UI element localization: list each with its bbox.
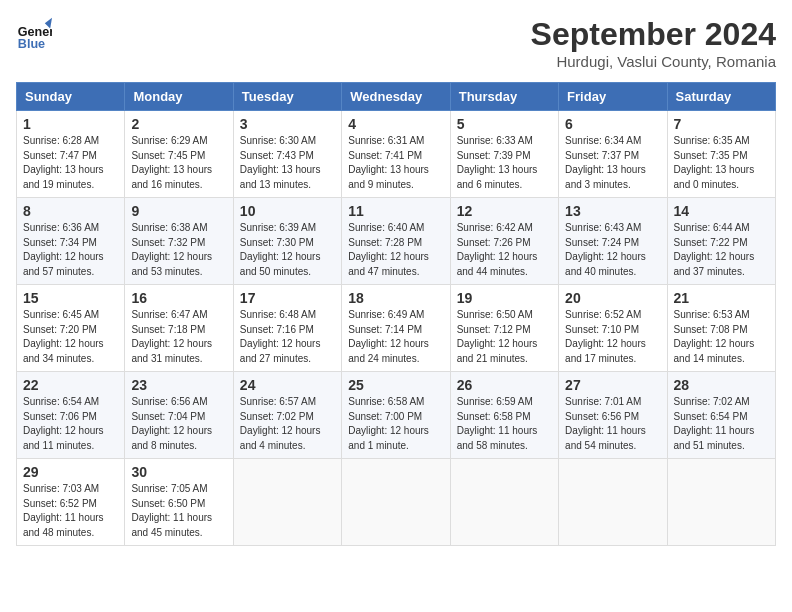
- day-number: 4: [348, 116, 443, 132]
- day-number: 11: [348, 203, 443, 219]
- cell-info: Sunrise: 6:45 AMSunset: 7:20 PMDaylight:…: [23, 308, 118, 366]
- calendar-cell: 20Sunrise: 6:52 AMSunset: 7:10 PMDayligh…: [559, 285, 667, 372]
- day-header-tuesday: Tuesday: [233, 83, 341, 111]
- day-header-sunday: Sunday: [17, 83, 125, 111]
- svg-text:Blue: Blue: [18, 37, 45, 51]
- cell-info: Sunrise: 6:49 AMSunset: 7:14 PMDaylight:…: [348, 308, 443, 366]
- cell-info: Sunrise: 6:53 AMSunset: 7:08 PMDaylight:…: [674, 308, 769, 366]
- cell-info: Sunrise: 6:50 AMSunset: 7:12 PMDaylight:…: [457, 308, 552, 366]
- calendar-cell: 21Sunrise: 6:53 AMSunset: 7:08 PMDayligh…: [667, 285, 775, 372]
- calendar-cell: [233, 459, 341, 546]
- calendar-cell: 2Sunrise: 6:29 AMSunset: 7:45 PMDaylight…: [125, 111, 233, 198]
- day-header-monday: Monday: [125, 83, 233, 111]
- cell-info: Sunrise: 6:38 AMSunset: 7:32 PMDaylight:…: [131, 221, 226, 279]
- calendar-cell: 8Sunrise: 6:36 AMSunset: 7:34 PMDaylight…: [17, 198, 125, 285]
- day-number: 21: [674, 290, 769, 306]
- day-number: 16: [131, 290, 226, 306]
- cell-info: Sunrise: 6:52 AMSunset: 7:10 PMDaylight:…: [565, 308, 660, 366]
- day-number: 17: [240, 290, 335, 306]
- calendar-cell: 14Sunrise: 6:44 AMSunset: 7:22 PMDayligh…: [667, 198, 775, 285]
- calendar-cell: 27Sunrise: 7:01 AMSunset: 6:56 PMDayligh…: [559, 372, 667, 459]
- calendar-table: SundayMondayTuesdayWednesdayThursdayFrid…: [16, 82, 776, 546]
- page-header: General Blue September 2024 Hurdugi, Vas…: [16, 16, 776, 70]
- cell-info: Sunrise: 7:02 AMSunset: 6:54 PMDaylight:…: [674, 395, 769, 453]
- calendar-cell: 16Sunrise: 6:47 AMSunset: 7:18 PMDayligh…: [125, 285, 233, 372]
- calendar-cell: 4Sunrise: 6:31 AMSunset: 7:41 PMDaylight…: [342, 111, 450, 198]
- day-number: 19: [457, 290, 552, 306]
- day-number: 12: [457, 203, 552, 219]
- cell-info: Sunrise: 6:28 AMSunset: 7:47 PMDaylight:…: [23, 134, 118, 192]
- calendar-week-2: 8Sunrise: 6:36 AMSunset: 7:34 PMDaylight…: [17, 198, 776, 285]
- calendar-cell: 1Sunrise: 6:28 AMSunset: 7:47 PMDaylight…: [17, 111, 125, 198]
- day-number: 8: [23, 203, 118, 219]
- calendar-week-4: 22Sunrise: 6:54 AMSunset: 7:06 PMDayligh…: [17, 372, 776, 459]
- day-header-friday: Friday: [559, 83, 667, 111]
- day-number: 29: [23, 464, 118, 480]
- calendar-week-3: 15Sunrise: 6:45 AMSunset: 7:20 PMDayligh…: [17, 285, 776, 372]
- calendar-cell: 13Sunrise: 6:43 AMSunset: 7:24 PMDayligh…: [559, 198, 667, 285]
- day-number: 24: [240, 377, 335, 393]
- cell-info: Sunrise: 6:43 AMSunset: 7:24 PMDaylight:…: [565, 221, 660, 279]
- day-number: 22: [23, 377, 118, 393]
- calendar-cell: 18Sunrise: 6:49 AMSunset: 7:14 PMDayligh…: [342, 285, 450, 372]
- calendar-cell: 23Sunrise: 6:56 AMSunset: 7:04 PMDayligh…: [125, 372, 233, 459]
- page-subtitle: Hurdugi, Vaslui County, Romania: [531, 53, 776, 70]
- day-number: 23: [131, 377, 226, 393]
- day-number: 15: [23, 290, 118, 306]
- day-header-wednesday: Wednesday: [342, 83, 450, 111]
- cell-info: Sunrise: 6:54 AMSunset: 7:06 PMDaylight:…: [23, 395, 118, 453]
- cell-info: Sunrise: 6:57 AMSunset: 7:02 PMDaylight:…: [240, 395, 335, 453]
- calendar-cell: 28Sunrise: 7:02 AMSunset: 6:54 PMDayligh…: [667, 372, 775, 459]
- cell-info: Sunrise: 6:58 AMSunset: 7:00 PMDaylight:…: [348, 395, 443, 453]
- calendar-cell: 9Sunrise: 6:38 AMSunset: 7:32 PMDaylight…: [125, 198, 233, 285]
- calendar-cell: [342, 459, 450, 546]
- calendar-cell: 22Sunrise: 6:54 AMSunset: 7:06 PMDayligh…: [17, 372, 125, 459]
- calendar-cell: 7Sunrise: 6:35 AMSunset: 7:35 PMDaylight…: [667, 111, 775, 198]
- cell-info: Sunrise: 7:01 AMSunset: 6:56 PMDaylight:…: [565, 395, 660, 453]
- day-number: 25: [348, 377, 443, 393]
- day-number: 7: [674, 116, 769, 132]
- day-number: 10: [240, 203, 335, 219]
- calendar-cell: [450, 459, 558, 546]
- cell-info: Sunrise: 7:03 AMSunset: 6:52 PMDaylight:…: [23, 482, 118, 540]
- page-title: September 2024: [531, 16, 776, 53]
- calendar-cell: [667, 459, 775, 546]
- calendar-cell: 5Sunrise: 6:33 AMSunset: 7:39 PMDaylight…: [450, 111, 558, 198]
- day-number: 5: [457, 116, 552, 132]
- day-header-thursday: Thursday: [450, 83, 558, 111]
- day-number: 20: [565, 290, 660, 306]
- cell-info: Sunrise: 6:34 AMSunset: 7:37 PMDaylight:…: [565, 134, 660, 192]
- calendar-cell: 25Sunrise: 6:58 AMSunset: 7:00 PMDayligh…: [342, 372, 450, 459]
- calendar-cell: 11Sunrise: 6:40 AMSunset: 7:28 PMDayligh…: [342, 198, 450, 285]
- calendar-cell: 24Sunrise: 6:57 AMSunset: 7:02 PMDayligh…: [233, 372, 341, 459]
- cell-info: Sunrise: 6:40 AMSunset: 7:28 PMDaylight:…: [348, 221, 443, 279]
- cell-info: Sunrise: 6:30 AMSunset: 7:43 PMDaylight:…: [240, 134, 335, 192]
- cell-info: Sunrise: 6:39 AMSunset: 7:30 PMDaylight:…: [240, 221, 335, 279]
- calendar-week-1: 1Sunrise: 6:28 AMSunset: 7:47 PMDaylight…: [17, 111, 776, 198]
- day-number: 6: [565, 116, 660, 132]
- day-number: 18: [348, 290, 443, 306]
- calendar-cell: 26Sunrise: 6:59 AMSunset: 6:58 PMDayligh…: [450, 372, 558, 459]
- calendar-cell: 29Sunrise: 7:03 AMSunset: 6:52 PMDayligh…: [17, 459, 125, 546]
- calendar-header-row: SundayMondayTuesdayWednesdayThursdayFrid…: [17, 83, 776, 111]
- day-header-saturday: Saturday: [667, 83, 775, 111]
- cell-info: Sunrise: 6:56 AMSunset: 7:04 PMDaylight:…: [131, 395, 226, 453]
- calendar-cell: 3Sunrise: 6:30 AMSunset: 7:43 PMDaylight…: [233, 111, 341, 198]
- calendar-cell: 19Sunrise: 6:50 AMSunset: 7:12 PMDayligh…: [450, 285, 558, 372]
- calendar-cell: 15Sunrise: 6:45 AMSunset: 7:20 PMDayligh…: [17, 285, 125, 372]
- day-number: 9: [131, 203, 226, 219]
- day-number: 14: [674, 203, 769, 219]
- day-number: 30: [131, 464, 226, 480]
- cell-info: Sunrise: 7:05 AMSunset: 6:50 PMDaylight:…: [131, 482, 226, 540]
- day-number: 2: [131, 116, 226, 132]
- cell-info: Sunrise: 6:48 AMSunset: 7:16 PMDaylight:…: [240, 308, 335, 366]
- day-number: 28: [674, 377, 769, 393]
- calendar-cell: 6Sunrise: 6:34 AMSunset: 7:37 PMDaylight…: [559, 111, 667, 198]
- calendar-week-5: 29Sunrise: 7:03 AMSunset: 6:52 PMDayligh…: [17, 459, 776, 546]
- cell-info: Sunrise: 6:42 AMSunset: 7:26 PMDaylight:…: [457, 221, 552, 279]
- day-number: 1: [23, 116, 118, 132]
- cell-info: Sunrise: 6:36 AMSunset: 7:34 PMDaylight:…: [23, 221, 118, 279]
- day-number: 13: [565, 203, 660, 219]
- day-number: 3: [240, 116, 335, 132]
- cell-info: Sunrise: 6:44 AMSunset: 7:22 PMDaylight:…: [674, 221, 769, 279]
